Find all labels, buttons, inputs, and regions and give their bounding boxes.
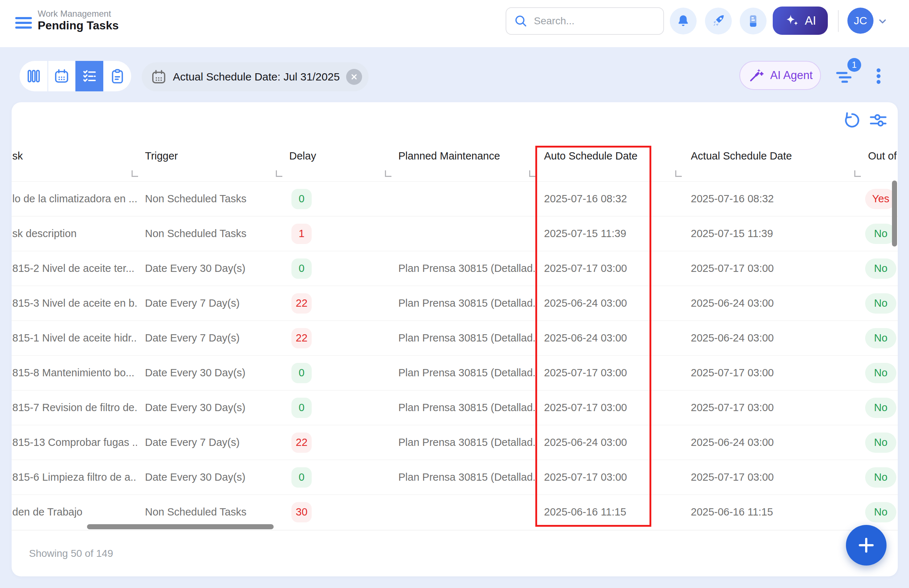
planned-maintenance-cell: Plan Prensa 30815 (Detallad... (390, 321, 534, 355)
filter-count-badge: 1 (848, 58, 861, 72)
column-settings-icon[interactable] (869, 111, 888, 130)
top-bar: Work Management Pending Tasks (0, 0, 909, 47)
column-resize-handle[interactable] (132, 170, 138, 177)
task-cell: 815-13 Comprobar fugas ... (11, 425, 137, 460)
table-row[interactable]: 815-3 Nivel de aceite en b... Date Every… (11, 286, 898, 320)
release-notes-button[interactable] (740, 8, 767, 34)
hamburger-menu-icon[interactable] (15, 15, 33, 32)
task-cell: 815-7 Revision de filtro de... (11, 391, 137, 425)
ai-assistant-button[interactable]: AI (773, 6, 828, 35)
chevron-down-icon[interactable] (877, 16, 888, 27)
whats-new-button[interactable] (705, 8, 732, 34)
table-row[interactable]: 815-7 Revision de filtro de... Date Ever… (11, 390, 898, 425)
actual-schedule-date-cell: 2025-07-16 08:32 (681, 182, 860, 216)
trigger-cell: Date Every 7 Day(s) (137, 286, 281, 320)
remove-filter-button[interactable] (346, 69, 362, 85)
kanban-icon (25, 68, 42, 84)
refresh-icon[interactable] (843, 111, 862, 130)
delay-cell: 0 (281, 460, 390, 494)
trigger-cell: Non Scheduled Tasks (137, 216, 281, 251)
out-of-cell: No (860, 286, 898, 320)
column-header-out-of[interactable]: Out of (860, 144, 898, 181)
auto-schedule-date-cell: 2025-06-16 11:15 (534, 495, 681, 529)
out-of-badge: No (865, 502, 896, 522)
out-of-badge: No (865, 433, 896, 453)
actual-schedule-date-cell: 2025-06-24 03:00 (681, 321, 860, 355)
rocket-icon (711, 13, 726, 29)
ai-button-label: AI (805, 14, 816, 27)
auto-schedule-date-cell: 2025-07-17 03:00 (534, 251, 681, 286)
planned-maintenance-cell (390, 182, 534, 216)
out-of-badge: No (865, 293, 896, 313)
planned-maintenance-cell: Plan Prensa 30815 (Detallad... (390, 460, 534, 494)
delay-cell: 22 (281, 321, 390, 355)
search-input[interactable] (533, 15, 643, 27)
column-header-delay[interactable]: Delay (281, 144, 390, 181)
delay-cell: 1 (281, 216, 390, 251)
actual-schedule-date-cell: 2025-06-24 03:00 (681, 286, 860, 320)
column-resize-handle[interactable] (529, 170, 536, 177)
column-header-actual-schedule-date[interactable]: Actual Schedule Date (681, 144, 860, 181)
topbar-divider (838, 10, 839, 32)
column-resize-handle[interactable] (276, 170, 283, 177)
delay-badge: 0 (291, 258, 312, 279)
planned-maintenance-cell (390, 216, 534, 251)
table-row[interactable]: sk description Non Scheduled Tasks 1 202… (11, 216, 898, 251)
column-header-auto-schedule-date[interactable]: Auto Schedule Date (534, 144, 681, 181)
filter-chip-actual-schedule-date[interactable]: Actual Schedule Date: Jul 31/2025 (142, 62, 369, 91)
delay-cell: 0 (281, 182, 390, 216)
table-row[interactable]: lo de la climatizadora en ... Non Schedu… (11, 181, 898, 216)
table-row[interactable]: 815-1 Nivel de aceite hidr... Date Every… (11, 320, 898, 355)
avatar[interactable]: JC (848, 8, 873, 34)
task-cell: 815-3 Nivel de aceite en b... (11, 286, 137, 320)
magic-wand-icon (748, 67, 764, 84)
ai-agent-label: AI Agent (770, 69, 812, 82)
calendar-icon (53, 68, 70, 84)
view-toggle-group (19, 61, 131, 91)
bell-icon (676, 13, 691, 29)
calendar-icon (150, 68, 167, 85)
column-resize-handle[interactable] (675, 170, 682, 177)
out-of-cell: No (860, 251, 898, 286)
view-clipboard-button[interactable] (103, 61, 131, 91)
delay-badge: 0 (291, 398, 312, 418)
actual-schedule-date-cell: 2025-06-16 11:15 (681, 495, 860, 529)
column-header-trigger[interactable]: Trigger (137, 144, 281, 181)
column-header-task[interactable]: sk (11, 144, 137, 181)
kebab-menu-icon (870, 66, 887, 86)
ai-agent-button[interactable]: AI Agent (739, 61, 821, 90)
view-list-button-active[interactable] (75, 61, 103, 91)
column-resize-handle[interactable] (854, 170, 861, 177)
more-options-button[interactable] (870, 66, 887, 86)
view-calendar-button[interactable] (47, 61, 75, 91)
filters-button[interactable]: 1 (834, 58, 865, 90)
delay-cell: 0 (281, 251, 390, 286)
search-icon (513, 14, 528, 28)
delay-badge: 1 (291, 224, 312, 244)
add-task-button[interactable] (846, 525, 886, 565)
search-box[interactable] (505, 7, 664, 35)
auto-schedule-date-cell: 2025-07-15 11:39 (534, 216, 681, 251)
notes-icon (746, 13, 761, 29)
table-row[interactable]: 815-2 Nivel de aceite ter... Date Every … (11, 251, 898, 286)
view-kanban-button[interactable] (19, 61, 47, 91)
vertical-scrollbar[interactable] (892, 181, 897, 247)
planned-maintenance-cell (390, 495, 534, 529)
column-resize-handle[interactable] (385, 170, 391, 177)
actual-schedule-date-cell: 2025-07-17 03:00 (681, 355, 860, 390)
trigger-cell: Date Every 7 Day(s) (137, 321, 281, 355)
out-of-cell: No (860, 391, 898, 425)
tasks-table-card: sk Trigger Delay Planned Maintenance Aut… (11, 102, 898, 577)
table-row[interactable]: 815-8 Mantenimiento bo... Date Every 30 … (11, 355, 898, 390)
table-row[interactable]: 815-13 Comprobar fugas ... Date Every 7 … (11, 425, 898, 460)
out-of-cell: No (860, 495, 898, 529)
auto-schedule-date-cell: 2025-07-17 03:00 (534, 460, 681, 494)
horizontal-scrollbar[interactable] (87, 524, 274, 529)
column-header-planned-maintenance[interactable]: Planned Maintenance (390, 144, 534, 181)
trigger-cell: Date Every 30 Day(s) (137, 391, 281, 425)
table-row[interactable]: 815-6 Limpieza filtro de a... Date Every… (11, 460, 898, 494)
trigger-cell: Date Every 30 Day(s) (137, 355, 281, 390)
notifications-button[interactable] (670, 8, 697, 34)
out-of-cell: No (860, 321, 898, 355)
table-body: lo de la climatizadora en ... Non Schedu… (11, 181, 898, 529)
